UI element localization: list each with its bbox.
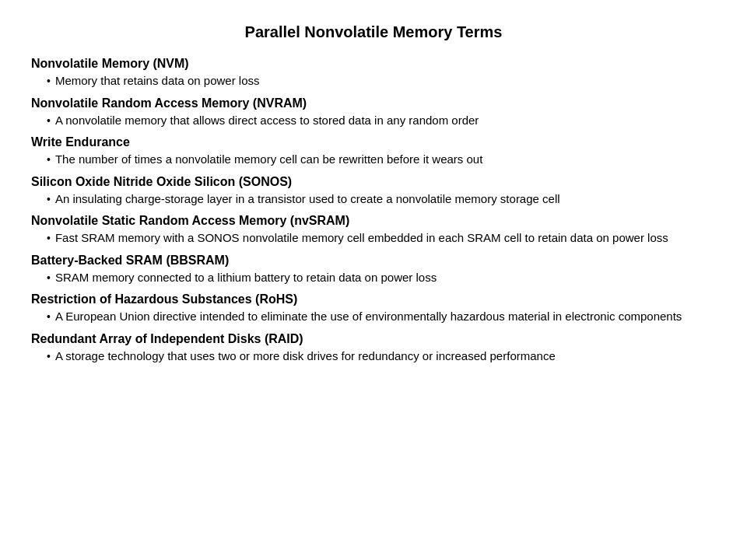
term-title-raid: Redundant Array of Independent Disks (RA… <box>31 332 716 346</box>
page-title: Parallel Nonvolatile Memory Terms <box>31 23 716 41</box>
bullet-icon: • <box>47 269 51 286</box>
bullet-icon: • <box>47 151 51 168</box>
term-block-raid: Redundant Array of Independent Disks (RA… <box>31 332 716 366</box>
bullet-icon: • <box>47 191 51 208</box>
term-block-nvm: Nonvolatile Memory (NVM)•Memory that ret… <box>31 57 716 90</box>
definition-text-sonos: An insulating charge-storage layer in a … <box>55 191 716 208</box>
definition-text-raid: A storage technology that uses two or mo… <box>55 348 716 366</box>
term-title-rohs: Restriction of Hazardous Substances (RoH… <box>31 292 716 306</box>
term-definition-sonos: •An insulating charge-storage layer in a… <box>31 191 716 208</box>
term-definition-write-endurance: •The number of times a nonvolatile memor… <box>31 151 716 169</box>
term-block-nvram: Nonvolatile Random Access Memory (NVRAM)… <box>31 96 716 130</box>
terms-container: Nonvolatile Memory (NVM)•Memory that ret… <box>31 57 716 365</box>
definition-text-write-endurance: The number of times a nonvolatile memory… <box>55 151 716 169</box>
bullet-icon: • <box>47 229 51 247</box>
term-definition-nvsram: •Fast SRAM memory with a SONOS nonvolati… <box>31 229 716 247</box>
term-title-nvram: Nonvolatile Random Access Memory (NVRAM) <box>31 96 716 110</box>
definition-text-nvm: Memory that retains data on power loss <box>55 72 716 90</box>
term-block-sonos: Silicon Oxide Nitride Oxide Silicon (SON… <box>31 175 716 208</box>
term-block-write-endurance: Write Endurance•The number of times a no… <box>31 135 716 169</box>
term-title-bbsram: Battery-Backed SRAM (BBSRAM) <box>31 254 716 268</box>
definition-text-nvsram: Fast SRAM memory with a SONOS nonvolatil… <box>55 229 716 247</box>
term-definition-rohs: •A European Union directive intended to … <box>31 308 716 326</box>
term-block-rohs: Restriction of Hazardous Substances (RoH… <box>31 292 716 326</box>
term-title-sonos: Silicon Oxide Nitride Oxide Silicon (SON… <box>31 175 716 189</box>
definition-text-bbsram: SRAM memory connected to a lithium batte… <box>55 269 716 287</box>
term-block-nvsram: Nonvolatile Static Random Access Memory … <box>31 214 716 247</box>
bullet-icon: • <box>47 308 51 325</box>
term-title-nvm: Nonvolatile Memory (NVM) <box>31 57 716 71</box>
term-block-bbsram: Battery-Backed SRAM (BBSRAM)•SRAM memory… <box>31 254 716 287</box>
bullet-icon: • <box>47 112 51 129</box>
term-definition-raid: •A storage technology that uses two or m… <box>31 348 716 366</box>
term-definition-bbsram: •SRAM memory connected to a lithium batt… <box>31 269 716 287</box>
term-definition-nvram: •A nonvolatile memory that allows direct… <box>31 112 716 130</box>
bullet-icon: • <box>47 348 51 365</box>
bullet-icon: • <box>47 72 51 89</box>
definition-text-nvram: A nonvolatile memory that allows direct … <box>55 112 716 130</box>
term-definition-nvm: •Memory that retains data on power loss <box>31 72 716 90</box>
term-title-nvsram: Nonvolatile Static Random Access Memory … <box>31 214 716 228</box>
term-title-write-endurance: Write Endurance <box>31 135 716 149</box>
definition-text-rohs: A European Union directive intended to e… <box>55 308 716 326</box>
